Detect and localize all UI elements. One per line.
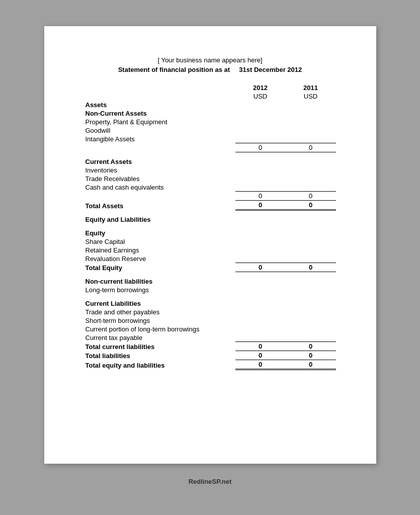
- tel-2011: 0: [286, 360, 336, 370]
- tcl-2012: 0: [235, 342, 286, 351]
- business-name: [ Your business name appears here]: [85, 56, 336, 64]
- total-equity-label: Total Equity: [85, 263, 235, 272]
- tl-2011: 0: [286, 351, 336, 360]
- assets-label: Assets: [85, 101, 235, 109]
- long-term-borrowings-label: Long-term borrowings: [85, 286, 235, 294]
- total-equity-2011: 0: [286, 263, 336, 272]
- cash-equivalents-label: Cash and cash equivalents: [85, 183, 235, 192]
- nca-value-2012: 0: [235, 143, 286, 152]
- currency1-header: USD: [235, 92, 286, 101]
- tel-2012: 0: [235, 360, 286, 370]
- total-assets-2012: 0: [235, 201, 286, 210]
- tcl-2011: 0: [286, 342, 336, 351]
- currency2-header: USD: [286, 92, 336, 101]
- short-term-borrowings-label: Short-term borrowings: [85, 316, 235, 325]
- share-capital-label: Share Capital: [85, 237, 235, 246]
- year2-header: 2011: [286, 83, 336, 92]
- document-page: [ Your business name appears here] State…: [44, 26, 376, 464]
- nca-value-2011: 0: [286, 143, 336, 152]
- trade-other-payables-label: Trade and other payables: [85, 308, 235, 316]
- current-tax-payable-label: Current tax payable: [85, 333, 235, 342]
- total-equity-liabilities-label: Total equity and liabilities: [85, 360, 235, 370]
- equity-label: Equity: [85, 229, 235, 237]
- statement-title: Statement of financial position as at 31…: [85, 66, 336, 73]
- current-assets-label: Current Assets: [85, 157, 235, 166]
- retained-earnings-label: Retained Earnings: [85, 246, 235, 254]
- goodwill-label: Goodwill: [85, 126, 235, 135]
- current-portion-lt-label: Current portion of long-term borrowings: [85, 325, 235, 333]
- equity-liabilities-label: Equity and Liabilities: [85, 215, 235, 224]
- current-liabilities-label: Current Liabilities: [85, 299, 235, 308]
- footer-watermark: RedlineSP.net: [185, 474, 236, 489]
- financial-table: 2012 2011 USD USD Assets Non-Current Ass…: [85, 83, 336, 371]
- non-current-liabilities-label: Non-current liabilities: [85, 277, 235, 286]
- property-plant-label: Property, Plant & Equipment: [85, 118, 235, 126]
- tl-2012: 0: [235, 351, 286, 360]
- revaluation-reserve-label: Revaluation Reserve: [85, 254, 235, 263]
- total-current-liabilities-label: Total current liabilities: [85, 342, 235, 351]
- non-current-assets-label: Non-Current Assets: [85, 109, 235, 118]
- total-liabilities-label: Total liabilities: [85, 351, 235, 360]
- inventories-label: Inventories: [85, 166, 235, 175]
- ca-value-2011: 0: [286, 192, 336, 201]
- ca-value-2012: 0: [235, 192, 286, 201]
- year1-header: 2012: [235, 83, 286, 92]
- total-equity-2012: 0: [235, 263, 286, 272]
- total-assets-label: Total Assets: [85, 201, 235, 210]
- intangible-assets-label: Intangible Assets: [85, 135, 235, 143]
- total-assets-2011: 0: [286, 201, 336, 210]
- trade-receivables-label: Trade Receivables: [85, 175, 235, 183]
